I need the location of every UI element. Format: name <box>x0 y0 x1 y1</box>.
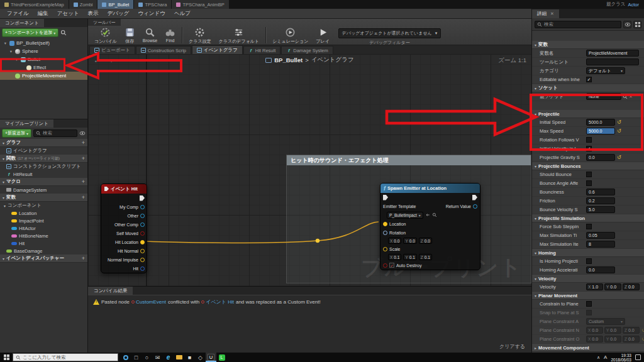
component-tree-item[interactable]: ▾BP_Bullet(self) <box>0 39 87 47</box>
section-header[interactable]: ▾Velocity <box>532 275 644 283</box>
scale-z-input[interactable]: Z0.1 <box>419 254 432 260</box>
section-header[interactable]: ▾Projectile Simulation <box>532 214 644 222</box>
checkbox[interactable] <box>586 137 592 143</box>
doc-tab-viewport[interactable]: ビューポート <box>89 46 135 54</box>
add-icon[interactable]: + <box>82 155 85 162</box>
menu-item[interactable]: 表示 <box>84 10 103 18</box>
normal-impulse-pin[interactable] <box>140 258 145 262</box>
dropdown[interactable]: Custom▾ <box>586 318 625 325</box>
scale-x-input[interactable]: X0.1 <box>388 254 401 260</box>
taskbar-icon-store[interactable]: ■ <box>184 353 195 362</box>
section-header[interactable]: ▾関数(17 オーバーライド可能)+ <box>0 155 87 163</box>
section-header[interactable]: ▾イベントディスパッチャー+ <box>0 255 87 263</box>
debug-object-dropdown[interactable]: デバッグオブジェクトが選択されていません▾ <box>338 28 441 38</box>
doc-tab-fn[interactable]: fDamage System <box>281 46 333 54</box>
section-header[interactable]: ▾Projectile Bounces <box>532 162 644 170</box>
text-input[interactable]: ProjectileMovement <box>586 50 639 57</box>
taskbar-icon-mail[interactable]: ✉ <box>152 353 163 362</box>
ime-indicator[interactable]: A <box>604 354 607 360</box>
my-blueprint-item[interactable]: ImpactPoint <box>0 217 87 224</box>
parent-class-link[interactable]: Actor <box>628 2 639 8</box>
other-comp-pin[interactable] <box>140 222 145 227</box>
link-event-hit[interactable]: イベント Hit <box>201 299 234 305</box>
scale-y-input[interactable]: Y0.1 <box>403 254 416 260</box>
rotation-z-input[interactable]: Z0.0 <box>419 238 432 244</box>
hit-pin[interactable] <box>140 266 145 271</box>
other-pin[interactable] <box>140 214 145 218</box>
toolbar-button-simulate[interactable]: シミュレーション <box>269 26 312 45</box>
hit-normal-pin[interactable] <box>140 249 145 253</box>
wire-reroute-dot[interactable] <box>316 239 319 243</box>
number-input[interactable]: 0.6 <box>586 189 615 195</box>
doc-tab-graph[interactable]: イベントグラフ <box>192 45 243 54</box>
vector-x-input[interactable]: X0.0 <box>586 327 603 334</box>
taskbar-icon-task-view[interactable]: □ <box>131 353 142 362</box>
number-input[interactable]: 0.0 <box>586 266 615 273</box>
component-tree-item[interactable]: Effect <box>0 63 87 72</box>
section-header[interactable]: ▾グラフ+ <box>0 139 87 147</box>
browse-asset-icon[interactable] <box>432 212 437 217</box>
exec-out-pin[interactable] <box>140 195 145 201</box>
reset-to-default-icon[interactable]: ↺ <box>617 155 621 160</box>
menu-item[interactable]: ファイル <box>3 10 33 18</box>
search-icon[interactable] <box>623 94 628 99</box>
reset-to-default-icon[interactable]: ↺ <box>617 128 621 134</box>
clear-icon[interactable]: ✕ <box>629 94 633 99</box>
exec-in-pin[interactable] <box>383 195 388 200</box>
vector-x-input[interactable]: X1.0 <box>586 283 603 290</box>
vector-y-input[interactable]: Y0.0 <box>604 327 621 334</box>
tab-my-blueprint[interactable]: マイブループリント <box>0 119 53 128</box>
exec-out-pin[interactable] <box>472 195 477 200</box>
link-custom-event[interactable]: CustomEvent <box>131 299 166 305</box>
taskbar-clock[interactable]: 19:33 2018/06/03 <box>611 353 631 362</box>
add-icon[interactable]: + <box>82 194 85 200</box>
my-blueprint-item[interactable]: fHitResult <box>0 170 87 178</box>
window-tab[interactable]: TPSChara_AnimBP <box>172 0 228 9</box>
auto-destroy-checkbox[interactable]: ✓ <box>389 263 394 268</box>
event-node-header[interactable]: イベント Hit <box>101 184 147 194</box>
rotation-x-input[interactable]: X0.0 <box>388 238 401 244</box>
emitter-template-dropdown[interactable]: P_BulletImpact ▾ <box>387 212 423 219</box>
add-component-button[interactable]: +コンポーネントを追加▾ <box>2 28 58 37</box>
window-tab[interactable]: Zombi <box>69 0 97 9</box>
add-new-button[interactable]: +新規追加▾ <box>2 129 31 138</box>
section-header[interactable]: ▾Projectile <box>532 110 644 118</box>
toolbar-button-find[interactable]: Find <box>161 26 179 43</box>
my-blueprint-item[interactable]: イベントグラフ <box>0 147 87 155</box>
section-header[interactable]: ▾変数+ <box>0 194 87 202</box>
section-header[interactable]: ▾マクロ+ <box>0 178 87 186</box>
node-spawn-emitter-at-location[interactable]: f Spawn Emitter at Location Emitter Temp… <box>380 183 480 270</box>
checkbox[interactable]: ✓ <box>586 77 592 82</box>
rotation-pin[interactable] <box>383 231 387 235</box>
menu-item[interactable]: アセット <box>53 10 84 18</box>
component-tree-item[interactable]: ▾Sphere <box>0 47 87 55</box>
window-tab[interactable]: BP_Bullet <box>97 0 133 9</box>
breadcrumb-current[interactable]: イベントグラフ <box>311 56 354 64</box>
vector-z-input[interactable]: Z0.0 <box>623 336 640 343</box>
taskbar-search-input[interactable]: ここに入力して検索 <box>13 353 118 361</box>
checkbox[interactable] <box>586 180 592 186</box>
taskbar-icon-people[interactable]: ○ <box>142 353 152 362</box>
checkbox[interactable] <box>586 224 592 229</box>
number-input[interactable]: 8 <box>586 241 615 248</box>
expand-arrow-icon[interactable]: ▾ <box>14 57 19 62</box>
number-input[interactable]: 5.0 <box>586 206 615 213</box>
reset-to-default-icon[interactable]: ↺ <box>617 119 621 125</box>
number-input[interactable]: 0.0 <box>586 154 615 161</box>
toolbar-button-settings[interactable]: クラス設定 <box>185 26 215 45</box>
close-icon[interactable]: ✕ <box>550 11 554 16</box>
taskbar-icon-file-explorer[interactable] <box>174 353 184 362</box>
menu-item[interactable]: デバッグ <box>103 10 134 18</box>
text-input[interactable] <box>586 58 639 65</box>
tab-components[interactable]: コンポーネント <box>0 19 44 27</box>
dropdown[interactable]: デフォルト▾ <box>586 67 625 74</box>
my-blueprint-item[interactable]: HitBoneName <box>0 232 87 239</box>
forward-arrow-button[interactable]: → <box>106 56 114 65</box>
section-header[interactable]: ▾変数 <box>532 41 644 49</box>
location-pin[interactable] <box>383 222 387 226</box>
taskbar-icon-visual-studio[interactable]: ◇ <box>195 353 206 362</box>
number-input[interactable]: 0.05 <box>586 232 615 239</box>
vector-y-input[interactable]: Y0.0 <box>604 283 621 290</box>
add-icon[interactable]: + <box>82 178 85 185</box>
my-blueprint-item[interactable]: BaseDamage <box>0 247 87 255</box>
